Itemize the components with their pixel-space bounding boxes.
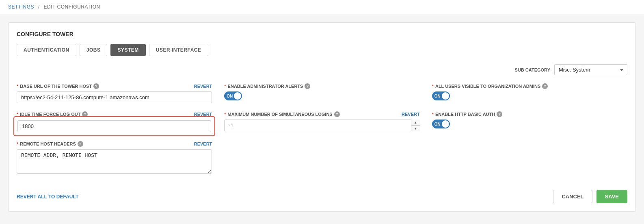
max-logins-help-icon[interactable]: ?: [334, 111, 340, 117]
enable-http-basic-toggle-container: ON: [432, 120, 627, 128]
max-logins-required: *: [224, 112, 226, 117]
enable-http-basic-toggle[interactable]: ON: [432, 120, 450, 128]
breadcrumb-separator: /: [38, 4, 40, 10]
enable-http-basic-on-label: ON: [434, 122, 441, 126]
enable-http-basic-required: *: [432, 112, 434, 117]
idle-time-input[interactable]: [17, 120, 211, 132]
remote-host-required: *: [17, 141, 18, 146]
base-url-input[interactable]: [17, 91, 212, 103]
subcategory-row: SUB CATEGORY Misc. System Logging Proxy: [17, 64, 627, 75]
enable-http-basic-label: * ENABLE HTTP BASIC AUTH ?: [432, 111, 503, 117]
remote-host-label-text: REMOTE HOST HEADERS: [20, 141, 76, 146]
enable-admin-alerts-toggle-container: ON: [224, 91, 419, 100]
enable-admin-alerts-label-text: ENABLE ADMINISTRATOR ALERTS: [228, 84, 303, 89]
enable-http-basic-thumb: [442, 120, 449, 128]
base-url-label-row: * BASE URL OF THE TOWER HOST ? REVERT: [17, 83, 212, 89]
form-row-1: * BASE URL OF THE TOWER HOST ? REVERT * …: [17, 83, 627, 103]
remote-host-label-row: * REMOTE HOST HEADERS ? REVERT: [17, 141, 212, 147]
cancel-button[interactable]: CANCEL: [553, 190, 592, 203]
main-content: CONFIGURE Tower AUTHENTICATION JOBS SYST…: [0, 14, 644, 220]
form-row-3: * REMOTE HOST HEADERS ? REVERT REMOTE_AD…: [17, 141, 627, 174]
enable-http-basic-help-icon[interactable]: ?: [497, 111, 502, 117]
enable-http-basic-label-row: * ENABLE HTTP BASIC AUTH ?: [432, 111, 627, 117]
breadcrumb: SETTINGS / EDIT CONFIGURATION: [8, 4, 100, 10]
card-title: CONFIGURE Tower: [17, 31, 627, 37]
form-row-2: * IDLE TIME FORCE LOG OUT ? REVERT * MAX…: [17, 111, 627, 133]
max-logins-field: * MAXIMUM NUMBER OF SIMULTANEOUS LOGINS …: [224, 111, 419, 133]
all-users-visible-track: ON: [432, 91, 450, 100]
enable-http-basic-label-text: ENABLE HTTP BASIC AUTH: [435, 112, 495, 117]
max-logins-label: * MAXIMUM NUMBER OF SIMULTANEOUS LOGINS …: [224, 111, 339, 117]
remote-host-revert[interactable]: REVERT: [194, 141, 212, 146]
max-logins-arrows: ▲ ▼: [411, 120, 420, 131]
max-logins-up-arrow[interactable]: ▲: [411, 120, 420, 126]
tab-jobs[interactable]: JOBS: [80, 44, 108, 56]
base-url-revert[interactable]: REVERT: [194, 84, 212, 89]
tab-authentication[interactable]: AUTHENTICATION: [17, 44, 76, 56]
tabs-container: AUTHENTICATION JOBS SYSTEM USER INTERFAC…: [17, 44, 627, 56]
enable-admin-alerts-required: *: [224, 84, 226, 89]
all-users-visible-required: *: [432, 84, 434, 89]
subcategory-select[interactable]: Misc. System Logging Proxy: [554, 64, 627, 75]
enable-admin-alerts-track: ON: [224, 91, 242, 100]
all-users-visible-toggle[interactable]: ON: [432, 91, 450, 100]
enable-admin-alerts-field: * ENABLE ADMINISTRATOR ALERTS ? ON: [224, 83, 419, 103]
idle-time-field: * IDLE TIME FORCE LOG OUT ? REVERT: [17, 111, 212, 133]
enable-admin-alerts-label: * ENABLE ADMINISTRATOR ALERTS ?: [224, 83, 310, 89]
tab-system[interactable]: SYSTEM: [110, 44, 145, 56]
max-logins-label-row: * MAXIMUM NUMBER OF SIMULTANEOUS LOGINS …: [224, 111, 419, 117]
remote-host-field: * REMOTE HOST HEADERS ? REVERT REMOTE_AD…: [17, 141, 212, 174]
enable-http-basic-track: ON: [432, 120, 450, 128]
tab-user-interface[interactable]: USER INTERFACE: [149, 44, 208, 56]
enable-admin-alerts-toggle[interactable]: ON: [224, 91, 242, 100]
base-url-help-icon[interactable]: ?: [93, 83, 99, 89]
all-users-visible-on-label: ON: [434, 94, 441, 98]
action-buttons: CANCEL SAVE: [553, 190, 627, 203]
base-url-label-text: BASE URL OF THE TOWER HOST: [20, 84, 92, 89]
remote-host-textarea[interactable]: REMOTE_ADDR, REMOTE_HOST: [17, 149, 212, 174]
configure-card: CONFIGURE Tower AUTHENTICATION JOBS SYST…: [8, 22, 636, 212]
max-logins-down-arrow[interactable]: ▼: [411, 126, 420, 131]
all-users-visible-thumb: [442, 92, 449, 100]
top-bar: SETTINGS / EDIT CONFIGURATION: [0, 0, 644, 14]
remote-host-help-icon[interactable]: ?: [78, 141, 83, 147]
all-users-visible-toggle-container: ON: [432, 91, 627, 100]
base-url-field: * BASE URL OF THE TOWER HOST ? REVERT: [17, 83, 212, 103]
all-users-visible-field: * ALL USERS VISIBLE TO ORGANIZATION ADMI…: [432, 83, 627, 103]
enable-http-basic-field: * ENABLE HTTP BASIC AUTH ? ON: [432, 111, 627, 133]
breadcrumb-current: EDIT CONFIGURATION: [44, 4, 100, 10]
max-logins-spinner-wrapper: ▲ ▼: [224, 120, 419, 131]
revert-all-link[interactable]: REVERT ALL TO DEFAULT: [17, 194, 78, 200]
base-url-label: * BASE URL OF THE TOWER HOST ?: [17, 83, 99, 89]
remote-host-label: * REMOTE HOST HEADERS ?: [17, 141, 83, 147]
enable-admin-alerts-thumb: [234, 92, 241, 100]
enable-admin-alerts-on-label: ON: [227, 94, 233, 98]
all-users-visible-help-icon[interactable]: ?: [542, 83, 548, 89]
all-users-visible-label-row: * ALL USERS VISIBLE TO ORGANIZATION ADMI…: [432, 83, 627, 89]
bottom-row: REVERT ALL TO DEFAULT CANCEL SAVE: [17, 183, 627, 203]
max-logins-input[interactable]: [224, 120, 419, 131]
idle-time-highlighted: [13, 116, 215, 136]
all-users-visible-label: * ALL USERS VISIBLE TO ORGANIZATION ADMI…: [432, 83, 548, 89]
breadcrumb-settings[interactable]: SETTINGS: [8, 4, 34, 10]
enable-admin-alerts-help-icon[interactable]: ?: [305, 83, 310, 89]
max-logins-label-text: MAXIMUM NUMBER OF SIMULTANEOUS LOGINS: [228, 112, 333, 117]
enable-admin-alerts-label-row: * ENABLE ADMINISTRATOR ALERTS ?: [224, 83, 419, 89]
subcategory-label: SUB CATEGORY: [515, 67, 550, 72]
save-button[interactable]: SAVE: [596, 190, 627, 203]
base-url-required: *: [17, 84, 18, 89]
all-users-visible-label-text: ALL USERS VISIBLE TO ORGANIZATION ADMINS: [435, 84, 540, 89]
max-logins-revert[interactable]: REVERT: [402, 112, 420, 117]
